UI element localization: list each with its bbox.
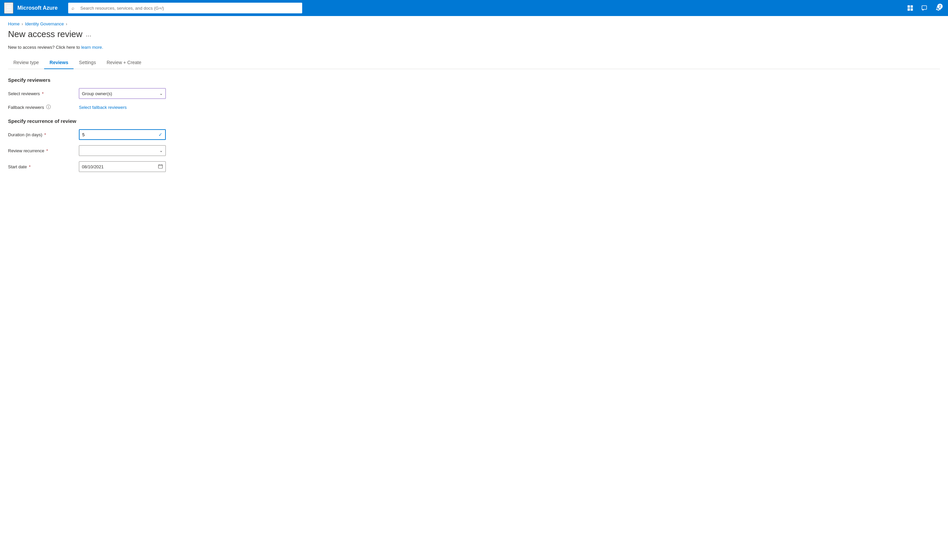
select-reviewers-control: Group owner(s) ⌄ — [79, 88, 166, 99]
select-fallback-reviewers-link[interactable]: Select fallback reviewers — [79, 105, 127, 110]
tab-review-type[interactable]: Review type — [8, 57, 44, 69]
notification-button[interactable]: 2 — [933, 4, 944, 12]
notification-badge: 2 — [937, 4, 943, 9]
start-date-label: Start date * — [8, 164, 75, 169]
topbar-actions: 2 — [905, 4, 944, 12]
page-title-row: New access review ... — [8, 29, 940, 39]
topbar: ☰ Microsoft Azure ⌕ 2 — [0, 0, 948, 16]
review-recurrence-label: Review recurrence * — [8, 148, 75, 153]
specify-recurrence-title: Specify recurrence of review — [8, 118, 940, 124]
search-input[interactable] — [68, 3, 302, 13]
svg-rect-4 — [922, 6, 926, 9]
learn-more-link-text[interactable]: learn more. — [81, 45, 103, 50]
portal-icon-button[interactable] — [905, 4, 916, 12]
learn-more-prefix: New to access reviews? Click here to — [8, 45, 81, 50]
svg-rect-5 — [159, 165, 162, 168]
calendar-icon — [158, 164, 163, 170]
learn-more-row: New to access reviews? Click here to lea… — [8, 45, 940, 50]
start-date-required: * — [29, 164, 31, 169]
tab-review-create[interactable]: Review + Create — [101, 57, 147, 69]
breadcrumb-home[interactable]: Home — [8, 22, 20, 26]
tabs-container: Review type Reviews Settings Review + Cr… — [8, 57, 940, 69]
search-container: ⌕ — [68, 3, 302, 13]
start-date-value: 08/10/2021 — [82, 164, 103, 169]
svg-rect-0 — [908, 5, 910, 8]
fallback-reviewers-row: Fallback reviewers ⓘ Select fallback rev… — [8, 104, 940, 110]
main-content: Home › Identity Governance › New access … — [0, 16, 948, 185]
start-date-control: 08/10/2021 — [79, 161, 166, 172]
page-title: New access review — [8, 29, 83, 39]
select-reviewers-required: * — [42, 91, 43, 96]
svg-rect-1 — [911, 5, 913, 8]
select-reviewers-dropdown[interactable]: Group owner(s) ⌄ — [79, 88, 166, 99]
duration-label: Duration (in days) * — [8, 132, 75, 137]
specify-reviewers-title: Specify reviewers — [8, 77, 940, 83]
breadcrumb-sep-1: › — [22, 22, 23, 26]
specify-reviewers-section: Specify reviewers Select reviewers * Gro… — [8, 77, 940, 110]
fallback-reviewers-control: Select fallback reviewers — [79, 105, 166, 110]
hamburger-icon[interactable]: ☰ — [4, 2, 13, 14]
fallback-reviewers-label: Fallback reviewers ⓘ — [8, 104, 75, 110]
tab-reviews[interactable]: Reviews — [44, 57, 74, 69]
review-recurrence-row: Review recurrence * ⌄ — [8, 145, 940, 156]
duration-row: Duration (in days) * ✓ — [8, 129, 940, 140]
duration-checkmark-icon: ✓ — [159, 132, 162, 137]
select-reviewers-row: Select reviewers * Group owner(s) ⌄ — [8, 88, 940, 99]
duration-control: ✓ — [79, 129, 166, 140]
feedback-icon-button[interactable] — [919, 4, 930, 12]
brand-label: Microsoft Azure — [17, 5, 57, 11]
select-reviewers-value: Group owner(s) — [82, 91, 112, 96]
page-title-menu[interactable]: ... — [86, 31, 92, 38]
review-recurrence-dropdown[interactable]: ⌄ — [79, 145, 166, 156]
breadcrumb-sep-2: › — [66, 22, 67, 26]
svg-rect-3 — [911, 8, 913, 11]
select-reviewers-label: Select reviewers * — [8, 91, 75, 96]
review-recurrence-control: ⌄ — [79, 145, 166, 156]
search-icon: ⌕ — [71, 5, 74, 11]
review-recurrence-chevron: ⌄ — [159, 148, 163, 153]
select-reviewers-chevron: ⌄ — [159, 91, 163, 96]
duration-input-wrapper: ✓ — [79, 129, 166, 140]
specify-recurrence-section: Specify recurrence of review Duration (i… — [8, 118, 940, 172]
fallback-reviewers-info-icon[interactable]: ⓘ — [46, 104, 51, 110]
duration-required: * — [45, 132, 46, 137]
tab-settings[interactable]: Settings — [74, 57, 101, 69]
duration-input[interactable] — [82, 132, 156, 137]
breadcrumb-identity-governance[interactable]: Identity Governance — [25, 22, 64, 26]
svg-rect-2 — [908, 8, 910, 11]
review-recurrence-required: * — [46, 148, 48, 153]
start-date-row: Start date * 08/10/2021 — [8, 161, 940, 172]
start-date-input[interactable]: 08/10/2021 — [79, 161, 166, 172]
breadcrumb: Home › Identity Governance › — [8, 22, 940, 26]
